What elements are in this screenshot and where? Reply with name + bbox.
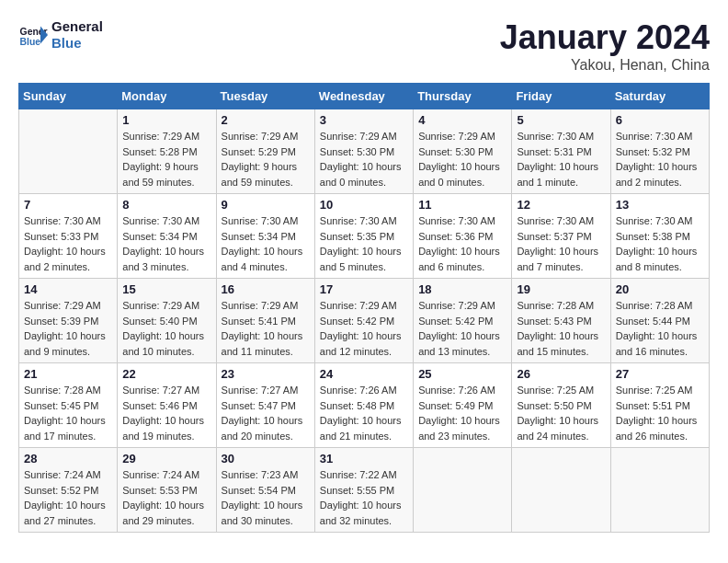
day-info: Sunrise: 7:30 AM Sunset: 5:34 PM Dayligh… <box>122 213 210 274</box>
day-info: Sunrise: 7:29 AM Sunset: 5:30 PM Dayligh… <box>320 129 408 190</box>
week-row-4: 21Sunrise: 7:28 AM Sunset: 5:45 PM Dayli… <box>19 363 710 448</box>
calendar-cell: 31Sunrise: 7:22 AM Sunset: 5:55 PM Dayli… <box>314 448 413 533</box>
day-number: 17 <box>320 282 408 296</box>
logo-text-blue: Blue <box>51 35 103 52</box>
calendar-cell: 8Sunrise: 7:30 AM Sunset: 5:34 PM Daylig… <box>118 194 216 279</box>
calendar-cell <box>19 109 118 194</box>
day-info: Sunrise: 7:30 AM Sunset: 5:35 PM Dayligh… <box>320 213 408 274</box>
day-info: Sunrise: 7:30 AM Sunset: 5:38 PM Dayligh… <box>616 213 704 274</box>
calendar-cell: 19Sunrise: 7:28 AM Sunset: 5:43 PM Dayli… <box>512 279 610 363</box>
day-info: Sunrise: 7:29 AM Sunset: 5:30 PM Dayligh… <box>418 129 506 190</box>
header-thursday: Thursday <box>414 84 512 109</box>
day-number: 18 <box>418 282 506 296</box>
day-info: Sunrise: 7:30 AM Sunset: 5:32 PM Dayligh… <box>616 129 704 190</box>
calendar-cell: 17Sunrise: 7:29 AM Sunset: 5:42 PM Dayli… <box>314 279 413 363</box>
day-number: 13 <box>616 198 704 212</box>
day-info: Sunrise: 7:30 AM Sunset: 5:37 PM Dayligh… <box>517 213 605 274</box>
day-number: 1 <box>122 113 210 127</box>
day-number: 5 <box>517 113 605 127</box>
calendar-cell: 3Sunrise: 7:29 AM Sunset: 5:30 PM Daylig… <box>314 109 413 194</box>
day-info: Sunrise: 7:23 AM Sunset: 5:54 PM Dayligh… <box>222 467 310 528</box>
calendar-cell: 25Sunrise: 7:26 AM Sunset: 5:49 PM Dayli… <box>414 363 512 448</box>
header-saturday: Saturday <box>610 84 709 109</box>
day-info: Sunrise: 7:27 AM Sunset: 5:46 PM Dayligh… <box>122 383 210 443</box>
day-number: 2 <box>222 113 310 127</box>
day-info: Sunrise: 7:28 AM Sunset: 5:45 PM Dayligh… <box>24 383 112 443</box>
day-info: Sunrise: 7:29 AM Sunset: 5:39 PM Dayligh… <box>24 298 112 359</box>
calendar-cell: 30Sunrise: 7:23 AM Sunset: 5:54 PM Dayli… <box>216 448 314 533</box>
day-info: Sunrise: 7:25 AM Sunset: 5:51 PM Dayligh… <box>616 383 704 443</box>
day-number: 9 <box>222 198 310 212</box>
calendar-cell: 15Sunrise: 7:29 AM Sunset: 5:40 PM Dayli… <box>118 279 216 363</box>
calendar-cell: 29Sunrise: 7:24 AM Sunset: 5:53 PM Dayli… <box>118 448 216 533</box>
calendar-cell: 7Sunrise: 7:30 AM Sunset: 5:33 PM Daylig… <box>19 194 118 279</box>
logo-icon: General Blue <box>18 20 48 50</box>
day-info: Sunrise: 7:29 AM Sunset: 5:29 PM Dayligh… <box>222 129 310 190</box>
main-title: January 2024 <box>500 18 710 57</box>
day-number: 25 <box>418 367 506 381</box>
calendar-cell: 10Sunrise: 7:30 AM Sunset: 5:35 PM Dayli… <box>314 194 413 279</box>
calendar-cell: 21Sunrise: 7:28 AM Sunset: 5:45 PM Dayli… <box>19 363 118 448</box>
calendar-cell: 2Sunrise: 7:29 AM Sunset: 5:29 PM Daylig… <box>216 109 314 194</box>
calendar-cell: 11Sunrise: 7:30 AM Sunset: 5:36 PM Dayli… <box>414 194 512 279</box>
day-number: 24 <box>320 367 408 381</box>
calendar-cell <box>414 448 512 533</box>
title-block: January 2024 Yakou, Henan, China <box>500 18 710 74</box>
calendar-cell <box>512 448 610 533</box>
day-number: 12 <box>517 198 605 212</box>
svg-text:Blue: Blue <box>20 37 41 47</box>
day-info: Sunrise: 7:30 AM Sunset: 5:31 PM Dayligh… <box>517 129 605 190</box>
calendar-cell: 9Sunrise: 7:30 AM Sunset: 5:34 PM Daylig… <box>216 194 314 279</box>
calendar-cell: 4Sunrise: 7:29 AM Sunset: 5:30 PM Daylig… <box>414 109 512 194</box>
day-info: Sunrise: 7:29 AM Sunset: 5:41 PM Dayligh… <box>222 298 310 359</box>
day-info: Sunrise: 7:29 AM Sunset: 5:42 PM Dayligh… <box>320 298 408 359</box>
day-info: Sunrise: 7:29 AM Sunset: 5:40 PM Dayligh… <box>122 298 210 359</box>
calendar-cell: 24Sunrise: 7:26 AM Sunset: 5:48 PM Dayli… <box>314 363 413 448</box>
header-monday: Monday <box>118 84 216 109</box>
day-number: 8 <box>122 198 210 212</box>
calendar-cell: 13Sunrise: 7:30 AM Sunset: 5:38 PM Dayli… <box>610 194 709 279</box>
day-number: 28 <box>24 452 112 465</box>
week-row-3: 14Sunrise: 7:29 AM Sunset: 5:39 PM Dayli… <box>19 279 710 363</box>
day-number: 29 <box>122 452 210 465</box>
header-friday: Friday <box>512 84 610 109</box>
calendar-cell <box>610 448 709 533</box>
day-number: 7 <box>24 198 112 212</box>
calendar-cell: 1Sunrise: 7:29 AM Sunset: 5:28 PM Daylig… <box>118 109 216 194</box>
calendar-cell: 18Sunrise: 7:29 AM Sunset: 5:42 PM Dayli… <box>414 279 512 363</box>
header-tuesday: Tuesday <box>216 84 314 109</box>
day-info: Sunrise: 7:24 AM Sunset: 5:53 PM Dayligh… <box>122 467 210 528</box>
page-header: General Blue General Blue January 2024 Y… <box>18 18 710 74</box>
calendar-cell: 12Sunrise: 7:30 AM Sunset: 5:37 PM Dayli… <box>512 194 610 279</box>
day-number: 26 <box>517 367 605 381</box>
logo-text-general: General <box>51 18 103 35</box>
subtitle: Yakou, Henan, China <box>500 57 710 74</box>
day-info: Sunrise: 7:29 AM Sunset: 5:28 PM Dayligh… <box>122 129 210 190</box>
day-number: 16 <box>222 282 310 296</box>
day-info: Sunrise: 7:28 AM Sunset: 5:43 PM Dayligh… <box>517 298 605 359</box>
day-number: 22 <box>122 367 210 381</box>
logo: General Blue General Blue <box>18 18 103 52</box>
calendar-cell: 14Sunrise: 7:29 AM Sunset: 5:39 PM Dayli… <box>19 279 118 363</box>
week-row-1: 1Sunrise: 7:29 AM Sunset: 5:28 PM Daylig… <box>19 109 710 194</box>
calendar-cell: 28Sunrise: 7:24 AM Sunset: 5:52 PM Dayli… <box>19 448 118 533</box>
day-info: Sunrise: 7:26 AM Sunset: 5:48 PM Dayligh… <box>320 383 408 443</box>
day-info: Sunrise: 7:30 AM Sunset: 5:36 PM Dayligh… <box>418 213 506 274</box>
header-wednesday: Wednesday <box>314 84 413 109</box>
day-info: Sunrise: 7:28 AM Sunset: 5:44 PM Dayligh… <box>616 298 704 359</box>
day-number: 27 <box>616 367 704 381</box>
day-number: 11 <box>418 198 506 212</box>
day-number: 15 <box>122 282 210 296</box>
day-info: Sunrise: 7:25 AM Sunset: 5:50 PM Dayligh… <box>517 383 605 443</box>
day-info: Sunrise: 7:24 AM Sunset: 5:52 PM Dayligh… <box>24 467 112 528</box>
calendar-cell: 23Sunrise: 7:27 AM Sunset: 5:47 PM Dayli… <box>216 363 314 448</box>
day-info: Sunrise: 7:30 AM Sunset: 5:34 PM Dayligh… <box>222 213 310 274</box>
calendar-table: SundayMondayTuesdayWednesdayThursdayFrid… <box>18 83 710 533</box>
day-number: 10 <box>320 198 408 212</box>
calendar-cell: 5Sunrise: 7:30 AM Sunset: 5:31 PM Daylig… <box>512 109 610 194</box>
day-info: Sunrise: 7:27 AM Sunset: 5:47 PM Dayligh… <box>222 383 310 443</box>
day-number: 21 <box>24 367 112 381</box>
calendar-cell: 20Sunrise: 7:28 AM Sunset: 5:44 PM Dayli… <box>610 279 709 363</box>
day-info: Sunrise: 7:26 AM Sunset: 5:49 PM Dayligh… <box>418 383 506 443</box>
calendar-header-row: SundayMondayTuesdayWednesdayThursdayFrid… <box>19 84 710 109</box>
